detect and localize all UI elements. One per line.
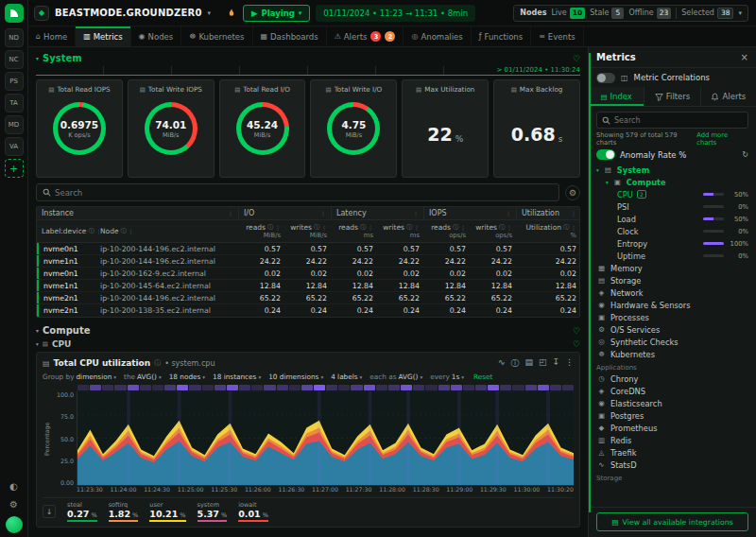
tab-alerts[interactable]: Alerts [701, 87, 756, 106]
sidebar-item-processes[interactable]: ▣Processes [589, 311, 756, 323]
table-row[interactable]: nvme1n1ip-10-200-145-64.ec2.internal12.8… [37, 280, 579, 292]
info-icon[interactable]: ⓘ [510, 357, 519, 370]
tab-alerts[interactable]: ⚠Alerts32 [327, 26, 404, 46]
workspace-va[interactable]: VA [5, 137, 24, 156]
netdata-logo[interactable] [5, 4, 24, 23]
sidebar-item-memory[interactable]: ▦Memory [589, 262, 756, 274]
sidebar-item-prometheus[interactable]: ◆Prometheus [589, 422, 756, 434]
chart-control-18-instances[interactable]: 18 instances▾ [213, 372, 261, 381]
chevron-down-icon[interactable]: ▾ [36, 327, 39, 334]
node-cell[interactable]: ip-10-200-162-9.ec2.internal [95, 268, 239, 279]
chevron-down-icon[interactable]: ▾ [738, 9, 742, 17]
node-state-live[interactable]: Live10 [551, 8, 585, 19]
table-row[interactable]: nvme1n1ip-10-200-144-196.ec2.internal24.… [37, 255, 579, 268]
anomaly-ribbon[interactable] [77, 385, 574, 390]
dimensions-sort-icon[interactable]: ↓ [43, 505, 56, 518]
sidebar-item-synthetic-checks[interactable]: ◎Synthetic Checks [589, 336, 756, 348]
heart-icon[interactable]: ♡ [573, 339, 580, 349]
sidebar-item-hardware-sensors[interactable]: ◉Hardware & Sensors [589, 299, 756, 311]
metrics-search[interactable] [596, 112, 748, 129]
tree-leaf-psi[interactable]: PSI0% [589, 200, 756, 213]
column-group-utilization[interactable]: Utilization⋮ [517, 207, 580, 219]
space-icon[interactable]: ◆ [34, 6, 49, 21]
workspace-ps[interactable]: PS [5, 72, 24, 91]
column-header-writes-7[interactable]: writesⓘ⋮ops/s [471, 220, 517, 242]
legend-item-system[interactable]: system5.37% [198, 501, 228, 522]
table-row[interactable]: nvme0n1ip-10-200-144-196.ec2.internal0.5… [37, 243, 579, 255]
node-cell[interactable]: ip-10-200-144-196.ec2.internal [95, 255, 239, 267]
column-header-writes-5[interactable]: writesⓘ⋮ms [378, 220, 424, 242]
sidebar-item-redis[interactable]: ▥Redis [589, 434, 756, 446]
chevron-down-icon[interactable]: ▾ [208, 9, 212, 17]
node-cell[interactable]: ip-10-200-145-64.ec2.internal [95, 280, 239, 291]
scrollbar[interactable] [589, 53, 591, 512]
space-name[interactable]: BEASTMODE.GROUNDZER0 [55, 8, 202, 18]
user-avatar[interactable] [6, 516, 23, 533]
chart-control-dimension[interactable]: Group bydimension▾ [43, 372, 116, 381]
add-space-button[interactable]: + [5, 159, 24, 178]
metric-card-total-write-i-o[interactable]: ▤Total Write I/O4.75MiB/s [310, 79, 397, 178]
sidebar-item-o-s-services[interactable]: ⚙O/S Services [589, 323, 756, 336]
metric-card-max-utilization[interactable]: ▤Max Utilization22% [402, 79, 489, 178]
sidebar-item-postgres[interactable]: ▣Postgres [589, 409, 756, 422]
view-integrations-button[interactable]: ▤ View all available integrations [596, 512, 748, 531]
metric-card-max-backlog[interactable]: ▤Max Backlog0.68s [493, 79, 580, 178]
tree-leaf-entropy[interactable]: Entropy100% [589, 237, 756, 250]
node-state-selected[interactable]: Selected38 [676, 8, 733, 19]
tab-metrics[interactable]: ▥Metrics [76, 26, 130, 46]
chevron-down-icon[interactable]: ▾ [36, 341, 39, 347]
flame-icon[interactable] [226, 8, 237, 19]
sidebar-item-statsd[interactable]: ∿StatsD [589, 459, 756, 471]
table-row[interactable]: nvme2n1ip-10-200-138-35.ec2.internal0.24… [37, 304, 579, 317]
tree-leaf-uptime[interactable]: Uptime0% [589, 250, 756, 262]
tab-dashboards[interactable]: ▦Dashboards [253, 26, 327, 46]
compute-section-header[interactable]: ▾ Compute ♡ [36, 323, 580, 338]
heart-icon[interactable]: ♡ [573, 54, 580, 63]
chart-control-avg-[interactable]: theAVG()▾ [124, 372, 162, 381]
node-cell[interactable]: ip-10-200-144-196.ec2.internal [95, 243, 239, 254]
chart-control-18-nodes[interactable]: 18 nodes▾ [169, 372, 205, 381]
cpu-chart-plot[interactable] [77, 391, 574, 486]
legend-item-iowait[interactable]: iowait0.01% [238, 501, 268, 522]
search-field[interactable] [55, 188, 553, 198]
workspace-nc[interactable]: NC [5, 50, 24, 69]
column-header-writes-3[interactable]: writesⓘ⋮MiB/s [285, 220, 332, 242]
tab-filters[interactable]: Filters [644, 87, 700, 106]
sidebar-item-system[interactable]: ▾ ▤ System [589, 164, 756, 176]
sidebar-item-compute[interactable]: ▾ ▣ Compute [589, 176, 756, 188]
table-settings-icon[interactable]: ⚙ [565, 185, 580, 200]
column-header-label-device-0[interactable]: Label:deviceⓘ⋮ [37, 220, 95, 242]
chart-control-avg-[interactable]: each asAVG()▾ [369, 372, 422, 381]
sidebar-item-coredns[interactable]: ◈CoreDNS [589, 385, 756, 397]
cpu-subsection-header[interactable]: ▾ ▤ CPU ♡ [36, 338, 580, 350]
chart-control-1s[interactable]: every1s▾ [430, 372, 464, 381]
sidebar-item-network[interactable]: ◈Network [589, 286, 756, 299]
close-icon[interactable]: × [741, 52, 748, 62]
system-section-header[interactable]: ▾ System ♡ [36, 51, 580, 65]
download-icon[interactable]: ↧ [552, 357, 559, 370]
tree-leaf-clock[interactable]: Clock0% [589, 225, 756, 237]
column-group-instance[interactable]: Instance⋮ [37, 207, 239, 219]
sidebar-item-kubernetes[interactable]: ☸Kubernetes [589, 348, 756, 360]
tab-functions[interactable]: ƒFunctions [472, 26, 531, 46]
nodes-status[interactable]: Nodes Live10Stale5Offline23Selected38 ▾ [513, 5, 748, 22]
column-header-reads-4[interactable]: readsⓘ⋮ms [332, 220, 378, 242]
sidebar-item-elasticsearch[interactable]: ◉Elasticsearch [589, 397, 756, 409]
column-group-latency[interactable]: Latency⋮ [332, 207, 424, 219]
tab-index[interactable]: ▤ Index [589, 87, 644, 106]
tree-leaf-cpu[interactable]: CPU250% [589, 188, 756, 200]
node-cell[interactable]: ip-10-200-144-196.ec2.internal [95, 292, 239, 303]
tree-leaf-load[interactable]: Load50% [589, 213, 756, 225]
chart-control-4-labels[interactable]: 4 labels▾ [331, 372, 362, 381]
heart-icon[interactable]: ♡ [573, 326, 580, 336]
metric-card-total-read-i-o[interactable]: ▤Total Read I/O45.24MiB/s [219, 79, 306, 178]
reset-button[interactable]: Reset [473, 372, 492, 381]
metrics-search-field[interactable] [614, 116, 743, 125]
sidebar-item-storage[interactable]: ▤Storage [589, 274, 756, 286]
workspace-md[interactable]: MD [5, 115, 24, 134]
node-cell[interactable]: ip-10-200-138-35.ec2.internal [95, 304, 239, 317]
more-icon[interactable]: ⋮ [565, 357, 574, 370]
settings-gear-icon[interactable]: ⚙ [5, 496, 24, 511]
workspace-ta[interactable]: TA [5, 94, 24, 113]
legend-item-user[interactable]: user10.21% [149, 501, 185, 522]
